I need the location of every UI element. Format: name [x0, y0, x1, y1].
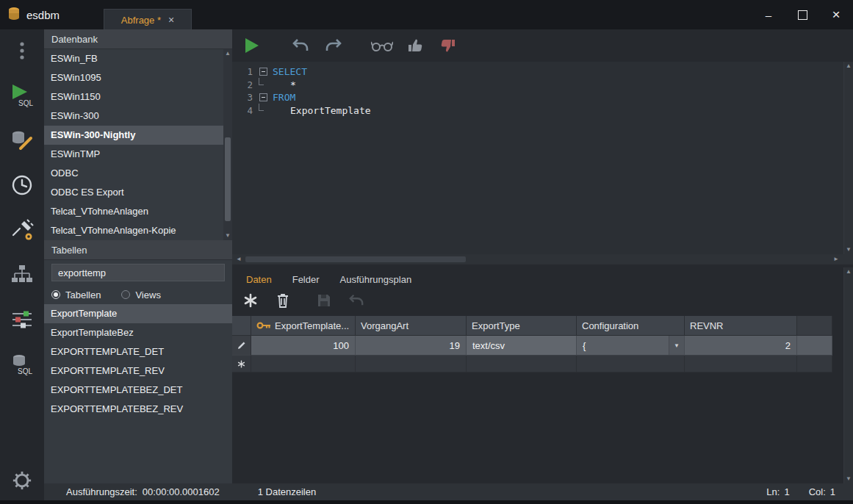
- column-header-exporttemplate[interactable]: ExportTemplate...: [251, 316, 356, 336]
- table-item-selected[interactable]: ExportTemplate: [44, 304, 232, 323]
- undo-button[interactable]: [289, 35, 312, 57]
- tab-abfrage[interactable]: Abfrage * ×: [104, 9, 192, 30]
- minimize-button[interactable]: –: [752, 0, 785, 29]
- scrollbar-thumb[interactable]: [225, 137, 231, 221]
- table-filter-radios: Tabellen Views: [44, 285, 232, 304]
- table-item[interactable]: EXPORTTEMPLATE_REV: [44, 361, 232, 381]
- thumbs-up-icon[interactable]: [404, 35, 426, 57]
- new-cell[interactable]: [356, 356, 467, 372]
- database-item[interactable]: ODBC: [44, 164, 232, 183]
- results-vertical-scrollbar[interactable]: ▲ ▼: [843, 267, 853, 483]
- database-item-selected[interactable]: ESWin-300-Nightly: [44, 126, 232, 145]
- execute-query-button[interactable]: [241, 35, 263, 57]
- titlebar: esdbm Abfrage * × – ×: [0, 0, 853, 29]
- scroll-left-icon[interactable]: ◄: [234, 254, 244, 264]
- asterisk-icon: [237, 360, 245, 368]
- tab-felder[interactable]: Felder: [292, 274, 320, 285]
- database-item[interactable]: ESWin1150: [44, 87, 232, 107]
- code-line[interactable]: 1 SELECT: [232, 65, 843, 79]
- dropdown-arrow-icon[interactable]: ▼: [669, 336, 684, 355]
- grid-header-row: ExportTemplate... VorgangArt ExportType …: [232, 316, 832, 336]
- editor-vertical-scrollbar[interactable]: ▲ ▼: [843, 62, 853, 254]
- database-item[interactable]: Telcat_VTohneAnlagen: [44, 202, 232, 221]
- table-item[interactable]: EXPORTTEMPLATEBEZ_REV: [44, 400, 232, 419]
- radio-views[interactable]: Views: [121, 289, 160, 300]
- tab-close-icon[interactable]: ×: [168, 15, 174, 25]
- radio-tabellen[interactable]: Tabellen: [51, 289, 101, 300]
- close-button[interactable]: ×: [819, 0, 853, 29]
- scroll-down-icon[interactable]: ▼: [844, 475, 853, 483]
- sidebar: Datenbank ESWin_FB ESWin1095 ESWin1150 E…: [44, 29, 232, 483]
- new-cell[interactable]: [577, 356, 685, 372]
- cell-exporttemplate[interactable]: 100: [251, 336, 356, 356]
- preview-glasses-icon[interactable]: [371, 35, 393, 57]
- menu-dots-icon[interactable]: [10, 38, 35, 63]
- radio-selected-icon: [51, 290, 60, 299]
- database-item[interactable]: Telcat_VTohneAnlagen-Kopie: [44, 221, 232, 240]
- scroll-up-icon[interactable]: ▲: [223, 49, 232, 58]
- run-sql-icon[interactable]: SQL: [10, 83, 35, 108]
- scroll-up-icon[interactable]: ▲: [844, 62, 853, 71]
- scroll-down-icon[interactable]: ▼: [844, 245, 853, 254]
- schema-sitemap-icon[interactable]: [10, 262, 35, 287]
- table-item[interactable]: EXPORTTEMPLATE_DET: [44, 342, 232, 361]
- fold-collapse-icon[interactable]: [256, 68, 270, 76]
- table-item[interactable]: EXPORTTEMPLATEBEZ_DET: [44, 381, 232, 400]
- cell-exporttype[interactable]: text/csv: [467, 336, 577, 356]
- datenbank-header: Datenbank: [44, 29, 232, 49]
- save-changes-icon[interactable]: [314, 291, 334, 310]
- database-item[interactable]: ESWin1095: [44, 68, 232, 87]
- code-line[interactable]: 3 FROM: [232, 91, 843, 104]
- new-cell[interactable]: [685, 356, 797, 372]
- delete-record-icon[interactable]: [273, 291, 292, 310]
- connections-plug-icon[interactable]: [10, 217, 35, 242]
- revert-changes-icon[interactable]: [347, 291, 366, 310]
- scroll-up-icon[interactable]: ▲: [844, 267, 853, 276]
- maximize-button[interactable]: [785, 0, 819, 29]
- tab-label: Abfrage *: [121, 15, 161, 26]
- new-record-row[interactable]: [232, 356, 832, 372]
- pencil-icon: [237, 341, 246, 350]
- cell-configuration-value: {: [583, 340, 586, 351]
- scroll-right-icon[interactable]: ►: [831, 254, 841, 264]
- column-header-configuration[interactable]: Configuration: [577, 316, 685, 336]
- cell-configuration[interactable]: { ▼: [577, 336, 685, 356]
- editor-horizontal-scrollbar[interactable]: ◄ ►: [232, 254, 853, 264]
- history-clock-icon[interactable]: [10, 173, 35, 198]
- column-header-revnr[interactable]: REVNR: [685, 316, 797, 336]
- new-cell[interactable]: [251, 356, 356, 372]
- scrollbar-thumb[interactable]: [245, 256, 466, 262]
- radio-unselected-icon: [121, 290, 130, 299]
- new-record-icon[interactable]: [241, 291, 260, 310]
- database-list-scrollbar[interactable]: ▲ ▼: [223, 49, 232, 240]
- settings-gear-icon[interactable]: [10, 468, 35, 493]
- sql-scripts-icon[interactable]: SQL: [10, 352, 35, 377]
- new-cell[interactable]: [467, 356, 577, 372]
- database-item[interactable]: ODBC ES Export: [44, 183, 232, 202]
- database-item[interactable]: ESWinTMP: [44, 145, 232, 164]
- fold-collapse-icon[interactable]: [256, 93, 270, 101]
- cell-revnr[interactable]: 2: [685, 336, 797, 356]
- database-item[interactable]: ESWin_FB: [44, 49, 232, 68]
- tab-ausfuehrungsplan[interactable]: Ausführungsplan: [340, 274, 412, 285]
- redo-button[interactable]: [323, 35, 345, 57]
- database-item[interactable]: ESWin-300: [44, 107, 232, 126]
- code-line[interactable]: 2 *: [232, 79, 843, 92]
- results-tabs: Daten Felder Ausführungsplan: [232, 267, 853, 288]
- table-item[interactable]: ExportTemplateBez: [44, 323, 232, 342]
- column-header-exporttype[interactable]: ExportType: [467, 316, 577, 336]
- edit-database-icon[interactable]: [10, 128, 35, 153]
- new-cell[interactable]: [797, 356, 832, 372]
- fold-guide-icon: [256, 81, 270, 88]
- window-controls: – ×: [752, 0, 853, 29]
- thumbs-down-icon[interactable]: [437, 35, 459, 57]
- compare-sliders-icon[interactable]: [10, 307, 35, 332]
- table-search-input[interactable]: [51, 264, 225, 281]
- scroll-down-icon[interactable]: ▼: [223, 231, 232, 240]
- column-header-vorgangart[interactable]: VorgangArt: [356, 316, 467, 336]
- code-keyword: SELECT: [270, 66, 307, 77]
- code-line[interactable]: 4 ExportTemplate: [232, 104, 843, 118]
- tab-daten[interactable]: Daten: [246, 274, 272, 285]
- sql-editor[interactable]: 1 SELECT 2 * 3 FROM 4 ExportTemplate: [232, 62, 843, 254]
- cell-vorgangart[interactable]: 19: [356, 336, 467, 356]
